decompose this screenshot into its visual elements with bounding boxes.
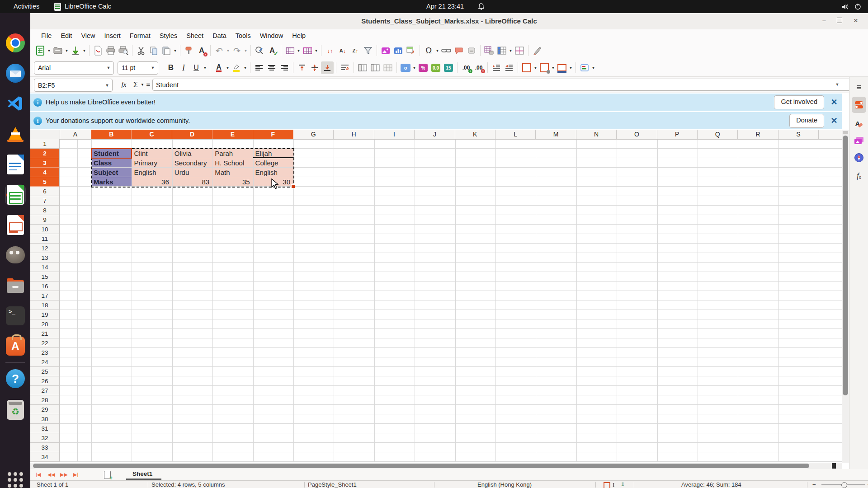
clear-formatting-icon[interactable]: Ax [195, 44, 208, 57]
chrome-icon[interactable] [5, 33, 26, 53]
menu-data[interactable]: Data [208, 29, 231, 42]
find-replace-icon[interactable] [253, 44, 266, 57]
column-header-G[interactable]: G [293, 130, 334, 139]
row-header-20[interactable]: 20 [30, 319, 60, 329]
paste-icon[interactable] [160, 44, 173, 57]
overwrite-mode-icon[interactable]: I [613, 481, 614, 488]
align-center-icon[interactable] [265, 61, 278, 74]
column-header-R[interactable]: R [738, 130, 778, 139]
help-icon[interactable]: ? [5, 368, 26, 389]
redo-dropdown[interactable]: ▼ [243, 49, 248, 53]
maximize-button[interactable] [835, 16, 844, 26]
row-header-15[interactable]: 15 [30, 272, 60, 282]
highlighting-color-button[interactable] [230, 61, 243, 74]
row-header-2[interactable]: 2 [30, 149, 60, 158]
currency-dropdown[interactable]: ▼ [412, 66, 417, 70]
column-icon[interactable] [301, 44, 314, 57]
trash-icon[interactable]: ♻ [5, 399, 26, 420]
format-date-icon[interactable]: 15 [442, 61, 455, 74]
special-character-icon[interactable]: Ω [422, 44, 435, 57]
merge-cells-icon[interactable] [369, 61, 382, 74]
sort-icon[interactable]: ↓↑ [324, 44, 336, 57]
row-header-8[interactable]: 8 [30, 206, 60, 215]
last-sheet-icon[interactable]: ▶| [73, 469, 78, 480]
sum-icon[interactable]: Σ [131, 79, 141, 91]
show-applications-icon[interactable] [5, 469, 26, 488]
libreoffice-writer-icon[interactable] [5, 154, 26, 175]
add-sheet-icon[interactable] [104, 471, 111, 479]
minimize-button[interactable]: − [819, 16, 829, 26]
ubuntu-software-icon[interactable]: A [5, 336, 26, 357]
insert-pivot-table-icon[interactable] [405, 44, 417, 57]
row-header-30[interactable]: 30 [30, 414, 60, 424]
column-header-O[interactable]: O [617, 130, 657, 139]
get-involved-button[interactable]: Get involved [774, 95, 824, 109]
highlighting-color-dropdown[interactable]: ▼ [243, 66, 248, 70]
gimp-icon[interactable] [5, 244, 26, 265]
copy-icon[interactable] [147, 44, 160, 57]
menu-format[interactable]: Format [125, 29, 155, 42]
fill-handle[interactable] [291, 184, 295, 188]
underline-button[interactable]: U [190, 61, 203, 74]
borders-icon[interactable] [520, 61, 533, 74]
terminal-icon[interactable]: >_ [5, 305, 26, 326]
bold-button[interactable]: B [165, 61, 177, 74]
row-header-17[interactable]: 17 [30, 291, 60, 300]
menu-insert[interactable]: Insert [100, 29, 125, 42]
row-header-19[interactable]: 19 [30, 310, 60, 319]
increase-indent-icon[interactable] [490, 61, 503, 74]
column-header-B[interactable]: B [91, 130, 132, 139]
row-header-14[interactable]: 14 [30, 263, 60, 272]
cut-icon[interactable] [135, 44, 147, 57]
format-number-icon[interactable]: 0.0 [429, 61, 442, 74]
undo-dropdown[interactable]: ▼ [226, 49, 231, 53]
topbar-app-name[interactable]: LibreOffice Calc [65, 0, 111, 13]
print-icon[interactable] [104, 44, 117, 57]
row-header-1[interactable]: 1 [30, 139, 60, 149]
row-header-7[interactable]: 7 [30, 196, 60, 206]
column-header-D[interactable]: D [172, 130, 212, 139]
freeze-rows-columns-icon[interactable] [495, 44, 508, 57]
redo-icon[interactable]: ↷ [231, 44, 243, 57]
vertical-split-handle[interactable] [843, 131, 848, 134]
next-sheet-icon[interactable]: ▶▶ [60, 469, 68, 480]
column-header-A[interactable]: A [60, 130, 91, 139]
open-dropdown[interactable]: ▼ [64, 49, 69, 53]
row-header-32[interactable]: 32 [30, 433, 60, 443]
row-header-12[interactable]: 12 [30, 244, 60, 253]
menu-tools[interactable]: Tools [231, 29, 255, 42]
horizontal-split-handle[interactable] [832, 463, 836, 469]
unmerge-cells-icon[interactable] [382, 61, 394, 74]
row-header-25[interactable]: 25 [30, 367, 60, 376]
italic-button[interactable]: I [177, 61, 190, 74]
volume-icon[interactable] [842, 4, 849, 10]
autofilter-icon[interactable] [362, 44, 374, 57]
special-character-dropdown[interactable]: ▼ [435, 49, 440, 53]
selection-aggregate[interactable]: Average: 46; Sum: 184 [681, 481, 741, 488]
row-dropdown[interactable]: ▼ [296, 49, 301, 53]
formula-input[interactable]: Student [152, 79, 860, 91]
conditional-formatting-icon[interactable] [578, 61, 591, 74]
sum-dropdown[interactable]: ▼ [140, 79, 145, 91]
sheet-canvas[interactable] [60, 139, 842, 462]
sidebar-styles-icon[interactable]: A [852, 117, 866, 130]
column-header-L[interactable]: L [495, 130, 536, 139]
first-sheet-icon[interactable]: |◀ [36, 469, 41, 480]
zoom-out-icon[interactable]: − [812, 481, 816, 488]
underline-dropdown[interactable]: ▼ [203, 66, 208, 70]
conditional-formatting-dropdown[interactable]: ▼ [591, 66, 596, 70]
clock[interactable]: Apr 21 23:41 [426, 0, 464, 13]
align-bottom-icon[interactable] [321, 61, 334, 74]
row-header-34[interactable]: 34 [30, 452, 60, 462]
column-header-S[interactable]: S [778, 130, 819, 139]
add-decimal-icon[interactable]: .00+ [460, 61, 472, 74]
row-header-22[interactable]: 22 [30, 338, 60, 348]
insert-mode-icon[interactable] [604, 482, 610, 488]
borders-dropdown[interactable]: ▼ [533, 66, 538, 70]
row-header-9[interactable]: 9 [30, 215, 60, 225]
menu-sheet[interactable]: Sheet [182, 29, 208, 42]
sheet-tab-sheet1[interactable]: Sheet1 [126, 469, 159, 479]
decrease-indent-icon[interactable] [503, 61, 515, 74]
print-area-icon[interactable] [483, 44, 495, 57]
freeze-dropdown[interactable]: ▼ [508, 49, 513, 53]
